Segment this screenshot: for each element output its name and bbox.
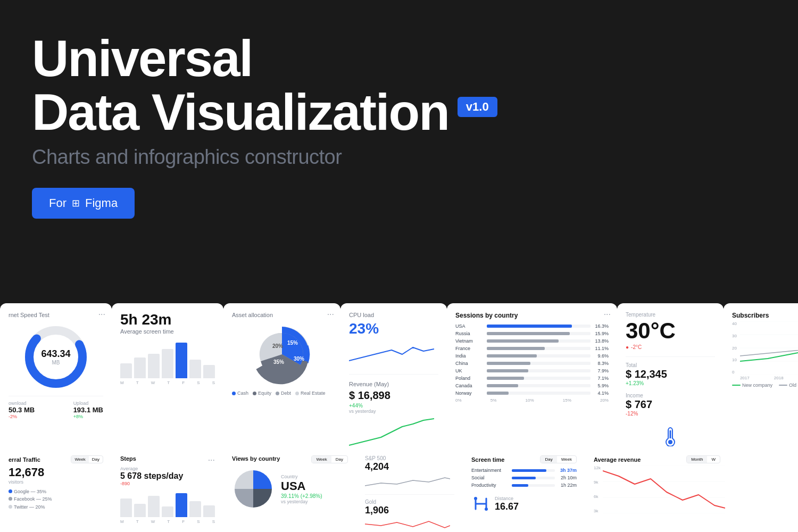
- asset-legend: Cash Equity Debt Real Estate: [232, 390, 332, 396]
- sp500-section: S&P 500 4,204: [365, 455, 454, 495]
- temp-icon: [626, 425, 715, 448]
- card-subscribers: Subscribers 403020100: [724, 303, 798, 532]
- sessions-countries: USA 16.3% Russia 15.9% Vietnam 13.8% Fra…: [455, 323, 609, 396]
- country-usa: USA 16.3%: [455, 323, 609, 329]
- card-screen-time-2: Screen time Day Week Entertainment 3h 37…: [463, 447, 585, 532]
- steps-change: -890: [120, 481, 215, 486]
- avg-rev-chart-area: 12k9k6k3k: [594, 466, 720, 515]
- avg-rev-tabs[interactable]: Month W: [686, 455, 720, 463]
- st-bar-0: [120, 363, 132, 378]
- speed-menu[interactable]: ···: [98, 310, 105, 319]
- income-value: $ 767: [626, 398, 715, 411]
- card-steps: Steps ··· Average 5 678 steps/day -890 M…: [112, 447, 223, 532]
- screen2-entertainment: Entertainment 3h 37m: [471, 468, 577, 473]
- hero-title-line2-row: Data Visualization v1.0: [32, 86, 766, 139]
- revenue-value: $ 16,898: [349, 389, 438, 402]
- temp-change: -2°C: [631, 344, 642, 350]
- asset-title: Asset allocation: [232, 312, 332, 318]
- views-content: Country USA 39.11% (+2.98%) vs yesterday: [232, 468, 348, 510]
- card-views: Views by country Week Day Country USA 39…: [223, 447, 356, 532]
- temp-value: 30°C: [626, 320, 715, 342]
- svg-point-19: [485, 508, 488, 511]
- avg-rev-header: Average revenue Month W: [594, 455, 720, 463]
- speed-donut-center: 643.34 MB: [41, 348, 70, 365]
- svg-text:20%: 20%: [272, 343, 283, 349]
- referral-title: erral Traffic: [9, 456, 40, 463]
- speed-unit: MB: [41, 360, 70, 365]
- steps-bar-1: [134, 504, 146, 517]
- st-bar-4: [176, 343, 187, 378]
- subscribers-chart-area: 403020100 30,: [732, 321, 798, 380]
- views-tab-day[interactable]: Day: [331, 456, 347, 463]
- total-label: Total: [626, 362, 715, 368]
- total-change: +1.23%: [626, 380, 715, 386]
- speed-title: rnet Speed Test: [9, 312, 103, 318]
- country-vietnam: Vietnam 13.8%: [455, 338, 609, 344]
- hero-section: Universal Data Visualization v1.0 Charts…: [0, 0, 798, 240]
- avg-rev-tab-w[interactable]: W: [707, 456, 720, 463]
- st-bar-5: [189, 360, 201, 378]
- steps-bar-3: [162, 506, 173, 517]
- screen2-social: Social 2h 10m: [471, 475, 577, 480]
- subscribers-legend: New company Old company: [732, 383, 798, 388]
- views-tabs[interactable]: Week Day: [311, 455, 348, 463]
- cpu-section: CPU load 23%: [349, 312, 438, 375]
- screen2-tabs[interactable]: Day Week: [540, 455, 577, 463]
- speed-upload: Upload 193.1 MB +8%: [73, 401, 103, 419]
- steps-menu[interactable]: ···: [208, 455, 215, 465]
- gold-section: Gold 1,906: [365, 499, 454, 532]
- sub-x-axis: 20172018201920202: [740, 376, 798, 380]
- asset-menu[interactable]: ···: [327, 310, 334, 319]
- figma-cta-button[interactable]: For ⊞ Figma: [32, 188, 135, 219]
- steps-bar-5: [189, 501, 201, 517]
- card-referral-traffic: erral Traffic Week Day 12,678 visitors G…: [0, 447, 112, 532]
- referral-legend: Google — 35% Facebook — 25% Twitter — 20…: [9, 488, 103, 511]
- country-russia: Russia 15.9%: [455, 331, 609, 336]
- svg-text:30%: 30%: [294, 356, 304, 362]
- screen2-tab-week[interactable]: Week: [557, 456, 576, 463]
- distance-icon: [471, 494, 491, 513]
- sessions-axis: 0%5%10%15%20%: [455, 398, 609, 403]
- temp-total-section: Total $ 12,345 +1.23%: [626, 356, 715, 386]
- speed-stats: ownload 50.3 MB -2% Upload 193.1 MB +8%: [9, 396, 103, 419]
- svg-point-8: [668, 440, 672, 444]
- views-tab-week[interactable]: Week: [312, 456, 331, 463]
- temp-label: Temperature: [626, 312, 715, 318]
- sub-chart-wrap: 30,987 million 20172018201920202: [740, 321, 798, 380]
- svg-point-18: [474, 497, 477, 500]
- country-uk: UK 7.9%: [455, 368, 609, 373]
- sessions-menu[interactable]: ···: [604, 310, 611, 319]
- cpu-value: 23%: [349, 320, 438, 337]
- steps-bar-0: [120, 498, 132, 517]
- country-canada: Canada 5.9%: [455, 383, 609, 388]
- views-country-info: Country USA 39.11% (+2.98%) vs yesterday: [281, 474, 322, 504]
- views-title: Views by country: [232, 455, 280, 462]
- screen2-productivity: Productivity 1h 22m: [471, 483, 577, 488]
- legend-new-company: New company: [732, 383, 772, 388]
- country-china: China 8.3%: [455, 361, 609, 366]
- subscribers-title: Subscribers: [732, 312, 798, 319]
- svg-text:35%: 35%: [273, 359, 284, 365]
- steps-avg-value: 5 678 steps/day: [120, 471, 215, 481]
- screentime-chart: [120, 341, 215, 378]
- avg-rev-tab-month[interactable]: Month: [687, 456, 707, 463]
- steps-bar-6: [203, 505, 215, 518]
- screen2-tab-day[interactable]: Day: [541, 456, 556, 463]
- tab-week[interactable]: Week: [71, 456, 88, 463]
- screen2-title: Screen time: [471, 456, 504, 463]
- tab-day[interactable]: Day: [89, 456, 103, 463]
- revenue-section: Revenue (May) $ 16,898 +44% vs yesterday: [349, 381, 438, 450]
- distance-info: Distance 16.67: [495, 496, 519, 512]
- steps-bar-2: [148, 496, 160, 517]
- sub-y-axis: 403020100: [732, 321, 738, 375]
- asset-pie: 15% 30% 35% 20%: [250, 322, 314, 386]
- revenue-change: +44%: [349, 403, 438, 409]
- temp-income-section: Income $ 767 -12%: [626, 393, 715, 417]
- referral-header: erral Traffic Week Day: [9, 455, 103, 463]
- st-bar-6: [203, 365, 215, 378]
- referral-tabs[interactable]: Week Day: [71, 455, 103, 463]
- steps-chart: [120, 491, 215, 517]
- figma-icon: ⊞: [72, 197, 80, 209]
- country-norway: Norway 4.1%: [455, 390, 609, 396]
- figma-button-label: For: [49, 196, 66, 210]
